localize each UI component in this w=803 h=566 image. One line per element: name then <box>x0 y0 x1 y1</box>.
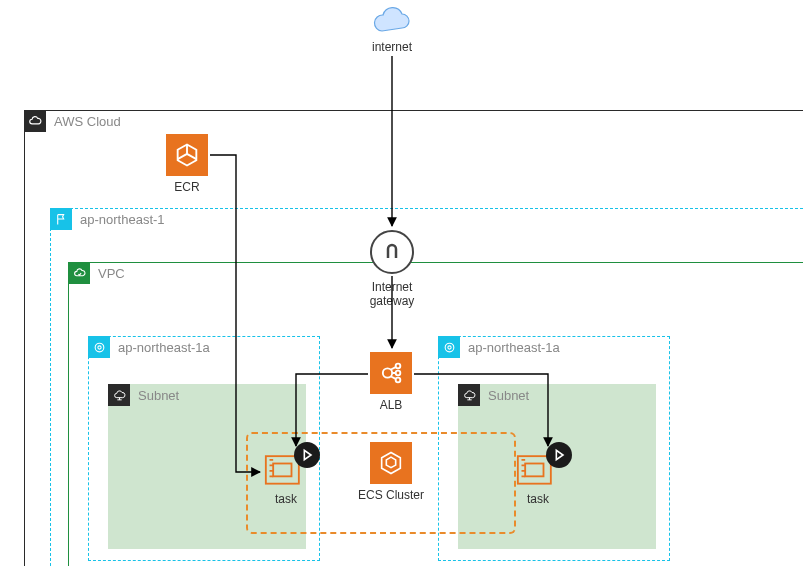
task-a-label: task <box>264 492 308 506</box>
az-a-label: ap-northeast-1a <box>118 340 210 355</box>
az-b-label: ap-northeast-1a <box>468 340 560 355</box>
cloud-icon <box>24 110 46 132</box>
subnet-a-label: Subnet <box>138 388 179 403</box>
subnet-b-icon <box>458 384 480 406</box>
ecr-icon <box>166 134 208 176</box>
subnet-b-label: Subnet <box>488 388 529 403</box>
vpc-label: VPC <box>98 266 125 281</box>
internet-label: internet <box>370 40 414 54</box>
az-b-icon <box>438 336 460 358</box>
task-b-label: task <box>516 492 560 506</box>
az-a-icon <box>88 336 110 358</box>
region-label: ap-northeast-1 <box>80 212 165 227</box>
igw-label-1: Internet <box>360 280 424 294</box>
svg-point-4 <box>383 368 392 377</box>
region-icon <box>50 208 72 230</box>
svg-point-1 <box>97 345 100 348</box>
svg-rect-11 <box>525 464 543 477</box>
alb-icon <box>370 352 412 394</box>
svg-point-5 <box>396 364 401 369</box>
svg-point-0 <box>95 343 104 352</box>
svg-point-6 <box>396 371 401 376</box>
igw-icon <box>370 230 414 274</box>
aws-cloud-label: AWS Cloud <box>54 114 121 129</box>
ecs-cluster-label: ECS Cluster <box>354 488 428 502</box>
igw-label-2: gateway <box>360 294 424 308</box>
svg-point-3 <box>447 345 450 348</box>
alb-label: ALB <box>370 398 412 412</box>
ecr-label: ECR <box>166 180 208 194</box>
svg-point-2 <box>445 343 454 352</box>
vpc-icon <box>68 262 90 284</box>
svg-point-7 <box>396 378 401 383</box>
task-a-badge <box>294 442 320 468</box>
svg-rect-9 <box>273 464 291 477</box>
task-b-badge <box>546 442 572 468</box>
subnet-a-icon <box>108 384 130 406</box>
ecs-cluster-icon <box>370 442 412 484</box>
internet-icon <box>370 6 414 39</box>
